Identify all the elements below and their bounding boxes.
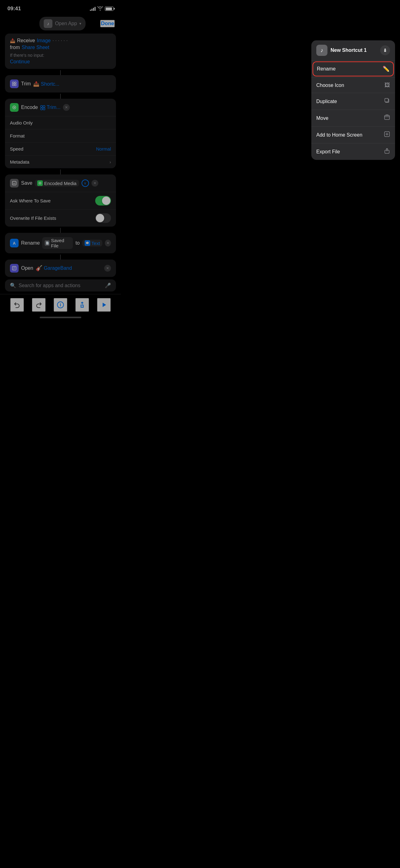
connector-line-4 [60, 228, 61, 233]
receive-block: 📥 Receive Image · · · · · · from Share S… [5, 34, 116, 69]
receive-icon: 📥 [10, 38, 15, 43]
svg-rect-3 [14, 84, 16, 86]
search-input[interactable]: Search for apps and actions [19, 283, 102, 288]
svg-rect-1 [14, 82, 16, 84]
text-badge[interactable]: 💬 Text [82, 240, 103, 247]
nav-title: Open App [55, 21, 77, 26]
main-content: 📥 Receive Image · · · · · · from Share S… [0, 34, 121, 277]
nav-center[interactable]: ♪ Open App ▾ [39, 17, 86, 30]
connector-line-5 [60, 254, 61, 259]
app-icon-small: ♪ [44, 19, 53, 28]
trim-icon [10, 80, 19, 88]
text-label: Text [92, 241, 100, 246]
home-indicator [40, 317, 81, 318]
garage-icon: 🎸 [36, 265, 42, 272]
continue-link[interactable]: Continue [10, 59, 30, 64]
encode-close-button[interactable]: ✕ [63, 104, 70, 111]
mic-icon[interactable]: 🎤 [105, 282, 111, 288]
garage-badge[interactable]: 🎸 GarageBand [36, 265, 72, 272]
ask-where-label: Ask Where To Save [10, 198, 51, 203]
redo-button[interactable] [32, 298, 45, 312]
trim-block[interactable]: Trim 📥 Shortc... [5, 75, 116, 93]
info-button[interactable] [54, 298, 67, 312]
speed-label: Speed [10, 146, 23, 152]
overwrite-label: Overwrite If File Exists [10, 215, 56, 221]
bottom-toolbar [0, 294, 121, 314]
overwrite-row[interactable]: Overwrite If File Exists [5, 210, 116, 227]
save-close-button[interactable]: ✕ [92, 180, 98, 187]
open-icon [10, 264, 19, 273]
signal-bars-icon [90, 6, 96, 11]
connector-line [60, 70, 61, 75]
battery-icon [105, 6, 113, 11]
audio-only-label: Audio Only [10, 120, 33, 125]
from-label: from [10, 45, 20, 50]
saved-file-icon: 📄 [45, 240, 49, 246]
receive-from-row: from Share Sheet [10, 45, 111, 50]
format-row[interactable]: Format [5, 129, 116, 143]
svg-rect-0 [12, 82, 14, 84]
no-input-row: If there's no input: [10, 53, 111, 58]
encoded-media-icon [37, 180, 43, 186]
save-icon [10, 179, 19, 187]
encode-icon [10, 103, 19, 112]
rename-close-button[interactable]: ✕ [105, 240, 111, 247]
encode-header[interactable]: Encode Trim... ✕ [5, 99, 116, 116]
svg-rect-7 [43, 105, 45, 107]
garage-label: GarageBand [44, 266, 72, 271]
save-header[interactable]: Save Encoded Media ∨ ✕ [5, 175, 116, 192]
receive-type: Image [37, 38, 51, 43]
trim-label: Trim [21, 81, 31, 87]
nav-chevron-icon: ▾ [79, 22, 81, 26]
connector-line-2 [60, 94, 61, 99]
wifi-icon [97, 6, 103, 11]
text-icon: 💬 [85, 240, 90, 246]
trim-shortcut-label: 📥 Shortc... [33, 81, 59, 87]
encode-trim-label: Trim... [40, 104, 61, 110]
svg-rect-2 [12, 84, 14, 86]
play-button[interactable] [97, 298, 111, 312]
ask-where-toggle[interactable] [95, 196, 111, 206]
audio-only-row[interactable]: Audio Only [5, 116, 116, 129]
encoded-media-badge[interactable]: Encoded Media [35, 180, 79, 187]
expand-button[interactable]: ∨ [81, 180, 89, 187]
save-block: Save Encoded Media ∨ ✕ Ask Where To Save… [5, 175, 116, 227]
undo-button[interactable] [10, 298, 24, 312]
encode-block: Encode Trim... ✕ Audio Only Format Speed… [5, 99, 116, 168]
rename-action-label: Rename [21, 240, 40, 246]
svg-point-5 [14, 107, 15, 108]
svg-rect-9 [43, 108, 45, 110]
speed-value: Normal [96, 146, 111, 152]
metadata-chevron-icon: › [109, 160, 111, 164]
save-label: Save [21, 180, 32, 186]
speed-row[interactable]: Speed Normal [5, 143, 116, 156]
share-sheet-label[interactable]: Share Sheet [22, 45, 49, 50]
receive-dotted: · · · · · · [53, 38, 68, 43]
top-nav: ♪ Open App ▾ Done [0, 16, 121, 34]
metadata-label: Metadata [10, 159, 29, 164]
svg-rect-6 [41, 105, 42, 107]
open-block[interactable]: Open 🎸 GarageBand ✕ [5, 259, 116, 277]
search-bar[interactable]: 🔍 Search for apps and actions 🎤 [5, 279, 116, 291]
status-time: 09:41 [7, 6, 21, 12]
ask-where-row[interactable]: Ask Where To Save [5, 192, 116, 210]
saved-file-badge[interactable]: 📄 Saved File [42, 237, 73, 249]
receive-label: Receive [17, 38, 35, 43]
format-label: Format [10, 133, 25, 138]
metadata-row[interactable]: Metadata › [5, 156, 116, 168]
rename-action-block[interactable]: A Rename 📄 Saved File to 💬 Text ✕ [5, 233, 116, 253]
open-close-button[interactable]: ✕ [104, 265, 111, 272]
share-button[interactable] [75, 298, 89, 312]
svg-rect-8 [41, 108, 42, 110]
to-label: to [75, 240, 79, 246]
overwrite-toggle[interactable] [95, 213, 111, 223]
done-button[interactable]: Done [100, 20, 115, 27]
receive-row: 📥 Receive Image · · · · · · [10, 38, 111, 43]
encode-label: Encode [21, 104, 38, 110]
status-bar: 09:41 [0, 0, 121, 16]
search-icon: 🔍 [10, 282, 16, 288]
encoded-media-label: Encoded Media [44, 181, 76, 186]
connector-line-3 [60, 169, 61, 175]
status-icons [90, 6, 113, 11]
rename-action-icon: A [10, 239, 19, 247]
